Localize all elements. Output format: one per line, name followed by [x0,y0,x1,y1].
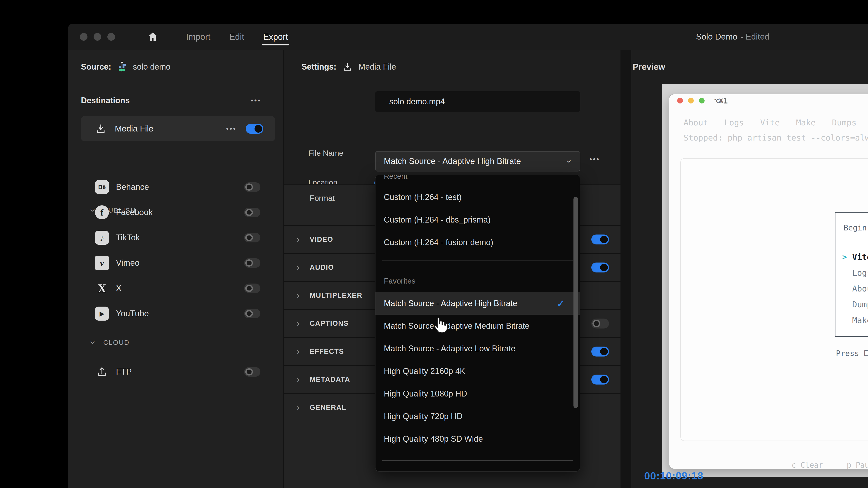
preset-option[interactable]: Custom (H.264 - dbs_prisma) [375,208,580,231]
destination-tiktok[interactable]: ♪ TikTok [68,225,283,250]
video-toggle[interactable] [591,234,609,245]
cloud-section-header[interactable]: › CLOUD [92,338,130,347]
source-label: Source: [81,62,111,72]
cloud-label: CLOUD [103,339,130,346]
preview-video-frame[interactable]: ⌥⌘1 About Logs Vite Make Dumps R Stopped… [662,84,868,477]
settings-value: Media File [359,62,396,72]
destinations-menu-button[interactable]: ••• [251,94,261,107]
minimize-window-icon[interactable] [94,33,101,41]
file-name-value: solo demo.mp4 [389,97,445,106]
source-row: Source: solo demo [81,59,170,74]
destinations-label: Destinations [81,96,130,105]
media-file-toggle[interactable] [246,124,264,134]
audio-toggle[interactable] [591,263,609,272]
vimeo-label: Vimeo [116,258,140,268]
titlebar: Import Edit Export Solo Demo - Edited [68,24,868,50]
tiktok-toggle[interactable] [244,233,260,242]
cloud-destinations-list: FTP [68,359,283,385]
close-icon [677,98,683,103]
menu-divider [382,460,573,461]
vimeo-toggle[interactable] [244,258,260,268]
destination-facebook[interactable]: f Facebook [68,200,283,225]
sequence-icon [117,61,127,72]
destination-vimeo[interactable]: v Vimeo [68,250,283,275]
chevron-right-icon: › [297,291,300,301]
menu-item-vite: Vite [760,118,780,127]
chevron-right-icon: › [297,347,300,357]
preset-option-selected[interactable]: Match Source - Adaptive High Bitrate ✓ [375,292,580,315]
facebook-toggle[interactable] [244,207,260,217]
destination-ftp[interactable]: FTP [68,359,283,385]
chevron-down-icon: › [564,160,575,163]
youtube-icon: ▶ [95,306,109,321]
ftp-toggle[interactable] [244,367,260,377]
terminal-window: ⌥⌘1 About Logs Vite Make Dumps R Stopped… [669,94,868,469]
destination-x[interactable]: X X [68,275,283,301]
close-window-icon[interactable] [80,33,88,41]
preset-option[interactable]: Match Source - Adaptive Medium Bitrate [375,315,580,337]
menu-item-dumps: Dumps [832,118,856,127]
divider [68,82,283,82]
general-section-label: GENERAL [310,403,346,412]
publish-destinations-list: Bē Behance f Facebook ♪ TikTok v Vimeo [68,174,283,326]
behance-toggle[interactable] [244,182,260,192]
file-name-label: File Name [308,149,343,158]
facebook-icon: f [95,205,109,219]
effects-toggle[interactable] [591,347,609,357]
project-title: Solo Demo - Edited [696,24,770,50]
media-file-menu-button[interactable]: ••• [226,125,237,133]
preset-menu-button[interactable]: ••• [590,156,600,163]
youtube-toggle[interactable] [244,309,260,318]
tab-edit[interactable]: Edit [220,24,254,50]
captions-toggle[interactable] [591,319,609,328]
menu-scrollbar[interactable] [574,197,578,408]
window-controls [80,33,115,41]
behance-icon: Bē [95,180,109,194]
preset-option[interactable]: High Quality 2160p 4K [375,360,580,383]
maximize-window-icon[interactable] [107,33,115,41]
destination-youtube[interactable]: ▶ YouTube [68,301,283,326]
preset-option[interactable]: High Quality 720p HD [375,405,580,428]
terminal-window-title: ⌥⌘1 [714,95,728,106]
preview-panel: Preview ⌥⌘1 About Logs Vite Make Dumps [631,51,868,488]
mode-tabs: Import Edit Export [177,24,298,50]
menu-item-about: About [684,118,708,127]
preset-dropdown[interactable]: Match Source - Adaptive High Bitrate › [375,151,580,171]
tab-import[interactable]: Import [177,24,220,50]
dialog-item-make: Make [835,312,868,328]
terminal-dialog: Begin t > Vite Logs [835,212,868,337]
preset-option[interactable]: High Quality 1080p HD [375,383,580,405]
preset-option[interactable]: High Quality 480p SD Wide [375,428,580,450]
dialog-item-about: About [835,281,868,296]
chevron-right-icon: › [297,375,300,385]
terminal-menu-bar: About Logs Vite Make Dumps R [684,118,868,127]
preset-option[interactable]: Custom (H.264 - test) [375,186,580,208]
file-name-input[interactable]: solo demo.mp4 [375,91,580,112]
settings-header: Settings: Media File [302,59,396,74]
ellipsis-icon: ••• [251,97,261,104]
menu-item-logs: Logs [724,118,744,127]
destination-media-file[interactable]: Media File ••• [81,116,275,141]
project-edited-suffix: - Edited [741,32,770,41]
chevron-right-icon: › [297,402,300,413]
minimize-icon [688,98,694,103]
x-toggle[interactable] [244,284,260,293]
preset-option[interactable]: Match Source - Adaptive Low Bitrate [375,337,580,360]
preset-value: Match Source - Adaptive High Bitrate [384,157,568,166]
ftp-label: FTP [116,367,132,377]
tab-export[interactable]: Export [254,24,298,50]
pointer-icon: > [842,252,852,261]
metadata-toggle[interactable] [591,375,609,385]
dialog-list: > Vite Logs About [835,243,868,328]
vimeo-icon: v [95,256,109,270]
effects-section-label: EFFECTS [310,348,344,356]
preset-option[interactable]: Custom (H.264 - fusion-demo) [375,231,580,254]
chevron-right-icon: › [297,319,300,329]
destination-behance[interactable]: Bē Behance [68,174,283,200]
tiktok-icon: ♪ [95,231,109,245]
hand-cursor [431,315,450,333]
panel-gap [620,51,631,488]
terminal-press-hint: Press ES [836,349,868,358]
home-button[interactable] [147,31,158,42]
dialog-title: Begin t [835,213,868,243]
